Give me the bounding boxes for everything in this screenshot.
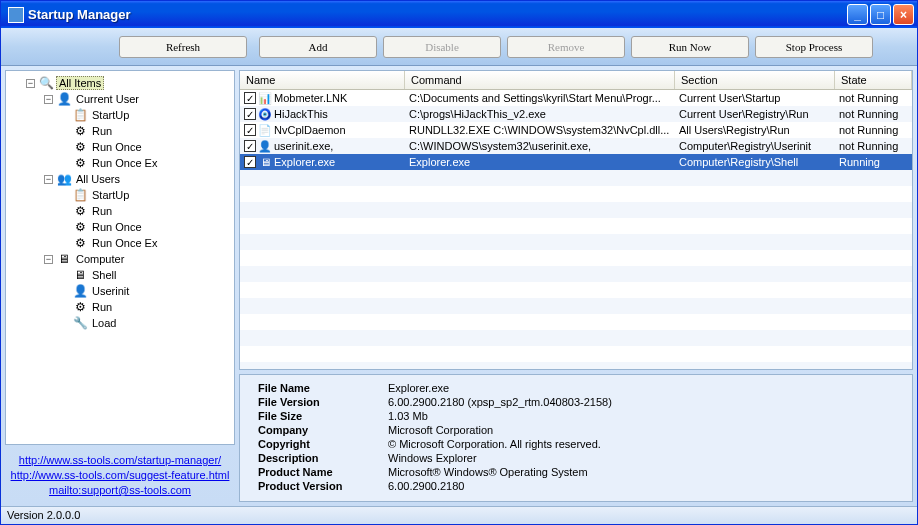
stop-process-button[interactable]: Stop Process xyxy=(755,36,873,58)
row-section: Current User\Registry\Run xyxy=(675,108,835,120)
details-panel: File NameExplorer.exeFile Version6.00.29… xyxy=(239,374,913,502)
row-checkbox[interactable]: ✓ xyxy=(244,92,256,104)
tree-label[interactable]: Run Once Ex xyxy=(90,237,159,249)
search-icon: 🔍 xyxy=(38,76,54,90)
row-state: not Running xyxy=(835,92,912,104)
tree-label[interactable]: StartUp xyxy=(90,189,131,201)
detail-row: Product Version6.00.2900.2180 xyxy=(248,479,904,493)
item-icon: 📋 xyxy=(72,188,88,202)
tree-label[interactable]: Run Once Ex xyxy=(90,157,159,169)
row-state: Running xyxy=(835,156,912,168)
tree-label[interactable]: Current User xyxy=(74,93,141,105)
table-row[interactable]: ✓👤userinit.exe,C:\WINDOWS\system32\useri… xyxy=(240,138,912,154)
detail-value: Microsoft Corporation xyxy=(388,423,904,437)
add-button[interactable]: Add xyxy=(259,36,377,58)
link-mailto[interactable]: mailto:support@ss-tools.com xyxy=(9,483,231,498)
tree-label[interactable]: Run Once xyxy=(90,221,144,233)
table-row[interactable]: ✓📊Mobmeter.LNKC:\Documents and Settings\… xyxy=(240,90,912,106)
titlebar[interactable]: Startup Manager _ □ × xyxy=(1,1,917,28)
collapse-icon[interactable]: − xyxy=(44,95,53,104)
tree-leaf[interactable]: 🖥Shell xyxy=(8,267,232,283)
tree-label[interactable]: Load xyxy=(90,317,118,329)
tree-root[interactable]: − 🔍 All Items xyxy=(8,75,232,91)
tree-leaf[interactable]: ⚙Run Once xyxy=(8,139,232,155)
tree-label[interactable]: Shell xyxy=(90,269,118,281)
tree-label[interactable]: All Users xyxy=(74,173,122,185)
app-window: Startup Manager _ □ × Refresh Add Disabl… xyxy=(0,0,918,525)
col-state[interactable]: State xyxy=(835,71,912,89)
tree-leaf[interactable]: 📋StartUp xyxy=(8,107,232,123)
tree-label[interactable]: StartUp xyxy=(90,109,131,121)
tree-leaf[interactable]: 🔧Load xyxy=(8,315,232,331)
detail-row: File Size1.03 Mb xyxy=(248,409,904,423)
row-command: C:\progs\HiJackThis_v2.exe xyxy=(405,108,675,120)
collapse-icon[interactable]: − xyxy=(44,175,53,184)
row-name: NvCplDaemon xyxy=(274,124,346,136)
col-section[interactable]: Section xyxy=(675,71,835,89)
tree-leaf[interactable]: ⚙Run xyxy=(8,203,232,219)
row-section: Current User\Startup xyxy=(675,92,835,104)
tree-label[interactable]: Run xyxy=(90,301,114,313)
row-command: RUNDLL32.EXE C:\WINDOWS\system32\NvCpl.d… xyxy=(405,124,675,136)
detail-row: File Version6.00.2900.2180 (xpsp_sp2_rtm… xyxy=(248,395,904,409)
detail-label: Product Name xyxy=(248,465,388,479)
tree-computer[interactable]: − 🖥 Computer xyxy=(8,251,232,267)
tree-label[interactable]: Run xyxy=(90,125,114,137)
row-checkbox[interactable]: ✓ xyxy=(244,156,256,168)
tree-label[interactable]: Run Once xyxy=(90,141,144,153)
tree-current-user[interactable]: − 👤 Current User xyxy=(8,91,232,107)
tree-leaf[interactable]: ⚙Run xyxy=(8,123,232,139)
run-now-button[interactable]: Run Now xyxy=(631,36,749,58)
detail-row: Product NameMicrosoft® Windows® Operatin… xyxy=(248,465,904,479)
item-icon: ⚙ xyxy=(72,140,88,154)
collapse-icon[interactable]: − xyxy=(44,255,53,264)
tree-label[interactable]: Userinit xyxy=(90,285,131,297)
table-row[interactable]: ✓📄NvCplDaemonRUNDLL32.EXE C:\WINDOWS\sys… xyxy=(240,122,912,138)
tree-leaf[interactable]: ⚙Run Once xyxy=(8,219,232,235)
tree-leaf[interactable]: 📋StartUp xyxy=(8,187,232,203)
tree-leaf[interactable]: 👤Userinit xyxy=(8,283,232,299)
row-checkbox[interactable]: ✓ xyxy=(244,108,256,120)
tree-leaf[interactable]: ⚙Run Once Ex xyxy=(8,155,232,171)
table-row[interactable]: ✓🧿HiJackThisC:\progs\HiJackThis_v2.exeCu… xyxy=(240,106,912,122)
link-suggest[interactable]: http://www.ss-tools.com/suggest-feature.… xyxy=(9,468,231,483)
detail-value: © Microsoft Corporation. All rights rese… xyxy=(388,437,904,451)
close-button[interactable]: × xyxy=(893,4,914,25)
detail-value: Microsoft® Windows® Operating System xyxy=(388,465,904,479)
detail-label: Copyright xyxy=(248,437,388,451)
window-title: Startup Manager xyxy=(28,7,847,22)
tree-label[interactable]: Computer xyxy=(74,253,126,265)
refresh-button[interactable]: Refresh xyxy=(119,36,247,58)
col-name[interactable]: Name xyxy=(240,71,405,89)
row-name: Mobmeter.LNK xyxy=(274,92,347,104)
row-command: Explorer.exe xyxy=(405,156,675,168)
link-homepage[interactable]: http://www.ss-tools.com/startup-manager/ xyxy=(9,453,231,468)
tree-leaf[interactable]: ⚙Run Once Ex xyxy=(8,235,232,251)
row-checkbox[interactable]: ✓ xyxy=(244,140,256,152)
item-icon: ⚙ xyxy=(72,300,88,314)
row-section: Computer\Registry\Userinit xyxy=(675,140,835,152)
row-icon: 📊 xyxy=(258,91,272,105)
user-icon: 👤 xyxy=(56,92,72,106)
tree-label[interactable]: All Items xyxy=(56,76,104,90)
row-checkbox[interactable]: ✓ xyxy=(244,124,256,136)
detail-value: 1.03 Mb xyxy=(388,409,904,423)
tree[interactable]: − 🔍 All Items − 👤 Current User 📋StartUp⚙… xyxy=(5,70,235,445)
tree-all-users[interactable]: − 👥 All Users xyxy=(8,171,232,187)
sidebar-links: http://www.ss-tools.com/startup-manager/… xyxy=(5,449,235,502)
disable-button[interactable]: Disable xyxy=(383,36,501,58)
collapse-icon[interactable]: − xyxy=(26,79,35,88)
tree-leaf[interactable]: ⚙Run xyxy=(8,299,232,315)
tree-label[interactable]: Run xyxy=(90,205,114,217)
row-icon: 👤 xyxy=(258,139,272,153)
row-section: Computer\Registry\Shell xyxy=(675,156,835,168)
col-command[interactable]: Command xyxy=(405,71,675,89)
toolbar: Refresh Add Disable Remove Run Now Stop … xyxy=(1,28,917,66)
grid: Name Command Section State ✓📊Mobmeter.LN… xyxy=(239,70,913,370)
row-state: not Running xyxy=(835,140,912,152)
maximize-button[interactable]: □ xyxy=(870,4,891,25)
grid-body[interactable]: ✓📊Mobmeter.LNKC:\Documents and Settings\… xyxy=(240,90,912,369)
remove-button[interactable]: Remove xyxy=(507,36,625,58)
table-row[interactable]: ✓🖥Explorer.exeExplorer.exeComputer\Regis… xyxy=(240,154,912,170)
minimize-button[interactable]: _ xyxy=(847,4,868,25)
